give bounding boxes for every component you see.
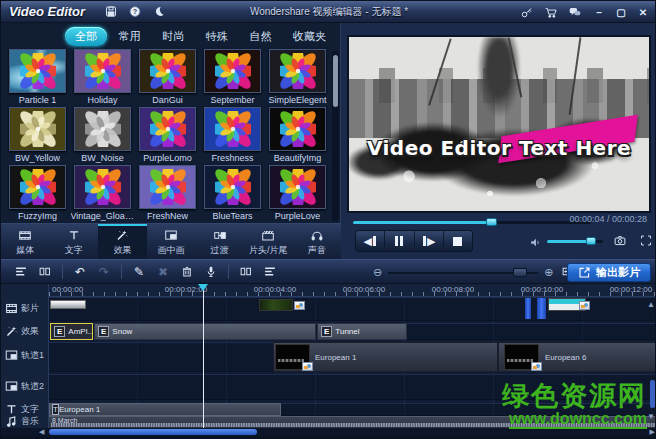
scroll-down-icon[interactable]: ▼ — [647, 412, 655, 421]
effect-thumbnail[interactable] — [269, 165, 326, 209]
effect-item[interactable]: BlueTears — [200, 165, 265, 223]
timeline-ruler[interactable]: 00:00:0000:00:02:0000:00:04:0000:00:06:0… — [49, 284, 656, 297]
effect-item[interactable]: BeautifyImg — [265, 107, 330, 165]
pause-button[interactable] — [385, 231, 414, 251]
effect-item[interactable]: Particle 1 — [5, 49, 70, 107]
horizontal-scroll-thumb[interactable] — [49, 429, 257, 435]
panel-tab-credits[interactable]: 片头/片尾 — [244, 224, 293, 259]
stop-button[interactable] — [444, 231, 472, 251]
track-manager-icon[interactable] — [260, 263, 280, 281]
record-voiceover-icon[interactable] — [201, 263, 221, 281]
effect-item[interactable]: PurpleLove — [265, 165, 330, 223]
help-icon[interactable]: ? — [126, 4, 144, 20]
category-tab-0[interactable]: 全部 — [65, 27, 107, 46]
category-tab-4[interactable]: 自然 — [239, 27, 281, 46]
effect-clip[interactable]: E Snow — [94, 323, 316, 340]
panel-tab-media[interactable]: 媒体 — [1, 224, 50, 259]
effect-thumbnail[interactable] — [74, 49, 131, 93]
theme-icon[interactable] — [150, 4, 168, 20]
close-button[interactable]: ✕ — [633, 5, 653, 20]
feedback-chat-icon[interactable] — [566, 4, 584, 20]
video-clip-2[interactable] — [259, 299, 293, 311]
zoom-in-icon[interactable]: ⊕ — [544, 266, 553, 279]
effect-item[interactable]: Holiday — [70, 49, 135, 107]
effect-thumbnail[interactable] — [204, 49, 261, 93]
store-cart-icon[interactable] — [542, 4, 560, 20]
effect-thumbnail[interactable] — [139, 107, 196, 151]
horizontal-scrollbar[interactable]: ◀ ▶ — [1, 428, 656, 436]
scroll-up-icon[interactable]: ▲ — [647, 300, 655, 309]
maximize-button[interactable]: ▢ — [611, 5, 631, 20]
category-tab-1[interactable]: 常用 — [109, 27, 151, 46]
effect-thumbnail[interactable] — [9, 49, 66, 93]
effect-item[interactable]: September — [200, 49, 265, 107]
panel-tab-sound[interactable]: 声音 — [292, 224, 341, 259]
panel-tab-text[interactable]: 文字 — [50, 224, 99, 259]
playhead[interactable] — [203, 284, 204, 428]
category-tab-5[interactable]: 收藏夹 — [283, 27, 336, 46]
effect-item[interactable]: DanGui — [135, 49, 200, 107]
video-clip-3[interactable] — [525, 298, 531, 319]
effect-thumbnail[interactable] — [269, 107, 326, 151]
snapshot-camera-icon[interactable] — [613, 233, 627, 251]
video-clip-1[interactable] — [50, 300, 86, 309]
effect-clip[interactable]: E Tunnel — [317, 323, 407, 340]
effect-item[interactable]: Freshness — [200, 107, 265, 165]
timeline-view-icon[interactable] — [11, 263, 31, 281]
save-icon[interactable] — [102, 4, 120, 20]
text-clip[interactable]: T European 1 — [49, 403, 281, 416]
effect-thumbnail[interactable] — [139, 49, 196, 93]
effect-thumbnail[interactable] — [139, 165, 196, 209]
marker-icon[interactable] — [236, 263, 256, 281]
previous-frame-button[interactable]: ◀ — [356, 231, 385, 251]
minimize-button[interactable]: – — [589, 5, 609, 20]
volume-slider[interactable] — [547, 240, 603, 243]
effect-item[interactable]: BW_Yellow — [5, 107, 70, 165]
track-label-4[interactable]: 轨道2 — [5, 380, 44, 393]
effects-scrollbar[interactable] — [332, 51, 339, 221]
effect-thumbnail[interactable] — [9, 165, 66, 209]
seek-bar[interactable] — [353, 221, 591, 224]
storyboard-view-icon[interactable] — [35, 263, 55, 281]
undo-icon[interactable]: ↶ — [70, 263, 90, 281]
panel-tab-transition[interactable]: 过渡 — [195, 224, 244, 259]
register-key-icon[interactable] — [518, 4, 536, 20]
effect-thumbnail[interactable] — [9, 107, 66, 151]
track-label-3[interactable]: 轨道1 — [5, 349, 44, 362]
effect-item[interactable]: FreshNew — [135, 165, 200, 223]
volume-handle[interactable] — [586, 237, 596, 245]
track-label-6[interactable]: 音乐 — [5, 415, 39, 428]
delete-trash-icon[interactable] — [177, 263, 197, 281]
effect-thumbnail[interactable] — [269, 49, 326, 93]
effect-thumbnail[interactable] — [204, 165, 261, 209]
redo-icon[interactable]: ↷ — [94, 263, 114, 281]
next-frame-button[interactable]: ▶ — [415, 231, 444, 251]
track-label-1[interactable]: 影片 — [5, 302, 39, 315]
split-icon[interactable]: ✖ — [153, 263, 173, 281]
fullscreen-icon[interactable] — [639, 233, 653, 251]
panel-tab-pip[interactable]: 画中画 — [147, 224, 196, 259]
effect-clip-selected[interactable]: E AmPl... — [50, 323, 93, 340]
panel-tab-wand[interactable]: 效果 — [98, 224, 147, 259]
effect-item[interactable]: PurpleLomo — [135, 107, 200, 165]
vertical-scrollbar[interactable] — [650, 380, 655, 408]
effect-item[interactable]: FuzzyImg — [5, 165, 70, 223]
effect-item[interactable]: SimpleElegent — [265, 49, 330, 107]
scroll-left-icon[interactable]: ◀ — [39, 428, 44, 436]
edit-clip-icon[interactable]: ✎ — [129, 263, 149, 281]
track-label-2[interactable]: 效果 — [5, 325, 39, 338]
seek-handle[interactable] — [486, 218, 497, 226]
effect-thumbnail[interactable] — [74, 107, 131, 151]
effect-thumbnail[interactable] — [74, 165, 131, 209]
zoom-handle[interactable] — [513, 268, 527, 277]
zoom-slider[interactable] — [388, 272, 538, 274]
pip-clip[interactable]: European 1 — [273, 342, 498, 372]
export-movie-button[interactable]: 输出影片 — [567, 263, 651, 282]
volume-icon[interactable] — [529, 235, 543, 253]
effect-item[interactable]: BW_Noise — [70, 107, 135, 165]
effect-thumbnail[interactable] — [204, 107, 261, 151]
scroll-right-icon[interactable]: ▶ — [650, 428, 655, 436]
category-tab-3[interactable]: 特殊 — [196, 27, 238, 46]
video-clip-4[interactable] — [537, 298, 546, 319]
zoom-out-icon[interactable]: ⊖ — [373, 266, 382, 279]
